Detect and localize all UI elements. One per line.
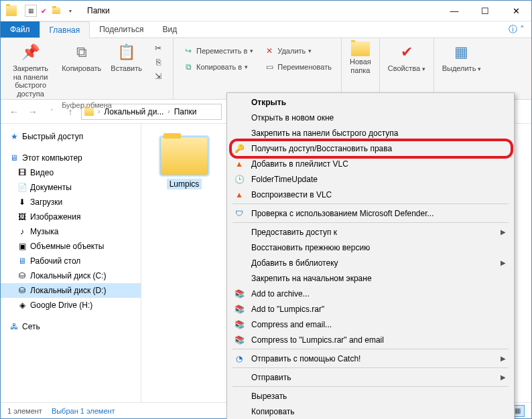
ctx-open[interactable]: Открыть xyxy=(228,94,513,110)
ctx-compress-email[interactable]: 📚Compress and email... xyxy=(228,317,513,332)
copy-button[interactable]: ⧉ Копировать xyxy=(58,40,105,100)
sidebar-label: Локальный диск (D:) xyxy=(30,286,107,295)
crumb-folder[interactable]: Папки xyxy=(174,107,197,116)
ctx-label: FolderTimeUpdate xyxy=(251,175,318,184)
ctx-copy[interactable]: Копировать xyxy=(228,404,513,419)
copypath-mini[interactable]: ⎘ xyxy=(150,56,166,69)
properties-button[interactable]: ✔ Свойства xyxy=(384,40,429,74)
properties-label: Свойства xyxy=(388,64,425,73)
status-selected: Выбран 1 элемент xyxy=(52,407,115,415)
moveto-label: Переместить в xyxy=(196,47,247,55)
ctx-restore-prev[interactable]: Восстановить прежнюю версию xyxy=(228,240,513,255)
drive-icon: ⛁ xyxy=(17,270,27,281)
sidebar-item-music[interactable]: ♪Музыка xyxy=(1,224,141,239)
newfolder-button[interactable]: Новая папка xyxy=(346,40,375,76)
sidebar-item-disk-c[interactable]: ⛁Локальный диск (C:) xyxy=(1,268,141,283)
newfolder-icon xyxy=(351,41,370,56)
close-button[interactable]: ✕ xyxy=(501,1,531,21)
ribbon-group-new: Новая папка xyxy=(342,38,380,99)
window-controls: ― ☐ ✕ xyxy=(439,1,531,21)
ctx-compress-rar-email[interactable]: 📚Compress to "Lumpics.rar" and email xyxy=(228,332,513,347)
titlebar-left: ▦ ✔ ▾ Папки xyxy=(1,5,110,17)
ctx-label: Воспроизвести в VLC xyxy=(251,190,332,199)
ctx-label: Восстановить прежнюю версию xyxy=(251,243,370,252)
moveto-button[interactable]: ↪Переместить в xyxy=(180,44,256,58)
minimize-button[interactable]: ― xyxy=(439,1,470,21)
select-label: Выделить xyxy=(442,64,481,73)
sidebar-item-pictures[interactable]: 🖼Изображения xyxy=(1,210,141,224)
qat-item[interactable] xyxy=(50,5,62,17)
ctx-pin-quick[interactable]: Закрепить на панели быстрого доступа xyxy=(228,125,513,141)
sidebar-item-video[interactable]: 🎞Видео xyxy=(1,165,141,180)
ctx-send-catch[interactable]: ◔Отправить с помощью Catch!▶ xyxy=(228,351,513,366)
tab-home[interactable]: Главная xyxy=(40,21,90,38)
music-icon: ♪ xyxy=(17,226,27,237)
sidebar-label: Изображения xyxy=(30,212,80,222)
ctx-add-archive[interactable]: 📚Add to archive... xyxy=(228,286,513,301)
ctx-pin-start[interactable]: Закрепить на начальном экране xyxy=(228,270,513,286)
tab-view[interactable]: Вид xyxy=(153,21,186,37)
paste-label: Вставить xyxy=(111,64,142,73)
sidebar-item-downloads[interactable]: ⬇Загрузки xyxy=(1,195,141,210)
delete-button[interactable]: ✕Удалить xyxy=(261,44,334,58)
ctx-add-vlc[interactable]: ▲Добавить в плейлист VLC xyxy=(228,156,513,171)
ctx-send[interactable]: Отправить▶ xyxy=(228,369,513,385)
qat-item[interactable]: ▦ xyxy=(25,5,37,17)
properties-icon: ✔ xyxy=(396,41,417,63)
ctx-label: Закрепить на панели быстрого доступа xyxy=(251,129,399,138)
sidebar-item-documents[interactable]: 📄Документы xyxy=(1,180,141,195)
ctx-add-library[interactable]: Добавить в библиотеку▶ xyxy=(228,255,513,270)
ctx-label: Добавить в плейлист VLC xyxy=(251,159,348,169)
select-button[interactable]: ▦ Выделить xyxy=(438,40,485,74)
network-icon: 🖧 xyxy=(9,321,19,332)
tab-share[interactable]: Поделиться xyxy=(90,21,153,37)
cut-mini[interactable]: ✂ xyxy=(150,41,166,55)
ctx-label: Add to archive... xyxy=(251,289,310,299)
rename-label: Переименовать xyxy=(277,63,332,71)
paste-button[interactable]: 📋 Вставить xyxy=(107,40,146,100)
ctx-label: Закрепить на начальном экране xyxy=(251,274,372,283)
shield-icon: 🛡 xyxy=(234,208,245,219)
sidebar-label: Google Drive (H:) xyxy=(30,301,92,310)
doc-icon: 📄 xyxy=(17,182,27,193)
moveto-icon: ↪ xyxy=(183,46,194,56)
folder-item[interactable]: Lumpics xyxy=(155,137,214,189)
ctx-open-new[interactable]: Открыть в новом окне xyxy=(228,110,513,125)
ctx-label: Копировать xyxy=(251,407,295,416)
copyto-button[interactable]: ⧉Копировать в xyxy=(180,60,256,74)
ctx-cut[interactable]: Вырезать xyxy=(228,388,513,404)
ctx-give-access[interactable]: Предоставить доступ к▶ xyxy=(228,224,513,240)
copy-label: Копировать xyxy=(62,64,101,73)
ctx-take-ownership[interactable]: 🔑Получить доступ/Восстановить права xyxy=(228,141,513,156)
ctx-play-vlc[interactable]: ▲Воспроизвести в VLC xyxy=(228,187,513,202)
select-icon: ▦ xyxy=(451,41,472,63)
folder-icon xyxy=(6,5,17,16)
ctx-defender[interactable]: 🛡Проверка с использованием Microsoft Def… xyxy=(228,205,513,221)
sidebar-item-disk-d[interactable]: ⛁Локальный диск (D:) xyxy=(1,283,141,298)
quick-access-toolbar: ▦ ✔ ▾ xyxy=(25,5,76,17)
sidebar-item-desktop[interactable]: 🖥Рабочий стол xyxy=(1,254,141,268)
ctx-add-rar[interactable]: 📚Add to "Lumpics.rar" xyxy=(228,301,513,317)
ribbon-help-icon[interactable]: ⓘ ˄ xyxy=(502,21,531,37)
ribbon-group-select: ▦ Выделить xyxy=(434,38,489,99)
tab-file[interactable]: Файл xyxy=(1,21,40,37)
rar-icon: 📚 xyxy=(234,288,245,299)
maximize-button[interactable]: ☐ xyxy=(470,1,501,21)
sidebar-quick-access[interactable]: ★Быстрый доступ xyxy=(1,129,141,144)
rename-button[interactable]: ▭Переименовать xyxy=(261,60,334,74)
ctx-label: Отправить xyxy=(251,373,291,382)
sidebar-item-3d[interactable]: ▣Объемные объекты xyxy=(1,239,141,254)
sidebar-this-pc[interactable]: 🖥Этот компьютер xyxy=(1,151,141,165)
copyto-icon: ⧉ xyxy=(183,62,194,72)
qat-dropdown[interactable]: ▾ xyxy=(64,5,76,17)
pasteshort-mini[interactable]: ⇲ xyxy=(150,70,166,83)
ctx-foldertimeupdate[interactable]: 🕒FolderTimeUpdate xyxy=(228,171,513,187)
pin-button[interactable]: 📌 Закрепить на панели быстрого доступа xyxy=(5,40,56,100)
sidebar-label: Документы xyxy=(30,183,72,192)
ctx-label: Получить доступ/Восстановить права xyxy=(251,144,392,153)
sidebar-item-gdrive[interactable]: ◈Google Drive (H:) xyxy=(1,298,141,313)
qat-item[interactable]: ✔ xyxy=(38,5,50,17)
pin-icon: 📌 xyxy=(20,41,42,63)
sidebar-network[interactable]: 🖧Сеть xyxy=(1,319,141,334)
rar-icon: 📚 xyxy=(234,319,245,330)
